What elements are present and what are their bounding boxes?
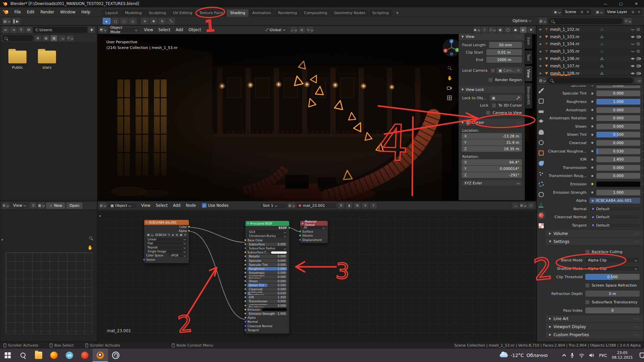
node-input-row[interactable]: Transmission0.000 Transmission Transmiss… xyxy=(246,299,289,303)
node-slider[interactable]: Roughness1.000 xyxy=(248,267,287,270)
render-disabled-icon[interactable] xyxy=(637,42,641,46)
expand-icon[interactable]: ▶ xyxy=(540,28,543,31)
value-slider[interactable]: 1.000 xyxy=(596,99,640,105)
path-field[interactable]: C:\Users\ xyxy=(33,27,87,33)
keyframe-dot[interactable] xyxy=(643,109,643,111)
node-slider[interactable]: Subsurface0.000 xyxy=(248,243,287,246)
viewport-menu-item[interactable]: View xyxy=(141,27,156,32)
node-dropdown-row[interactable]: Single Image xyxy=(144,249,189,253)
lock-to-object-field[interactable]: ▣ xyxy=(490,95,522,101)
input-socket-button[interactable] xyxy=(589,99,595,104)
hide-eye-icon[interactable] xyxy=(631,64,635,68)
settings-panel-header[interactable]: ▼Settings:::: xyxy=(546,238,643,246)
snap-mode-icon[interactable]: ⊞ xyxy=(520,202,527,208)
keyframe-dot[interactable] xyxy=(643,134,643,135)
keyframe-dot[interactable] xyxy=(643,183,643,185)
render-camera-icon[interactable] xyxy=(637,35,641,39)
value-slider[interactable]: 1.450 xyxy=(596,157,640,162)
taskbar-app-icon[interactable] xyxy=(31,349,46,362)
property-row[interactable]: Anisotropic Rotation 0.000 0.000 0.000 xyxy=(546,114,643,122)
clip-start-field[interactable]: 0.01 m xyxy=(486,49,522,55)
pan-hand-icon[interactable]: ✋ xyxy=(447,75,452,80)
outliner-filter-icon[interactable]: ▽ xyxy=(624,18,632,24)
keyframe-dot[interactable] xyxy=(643,93,643,94)
node-output-socket[interactable]: Alpha xyxy=(144,229,189,233)
sss-checkbox[interactable] xyxy=(585,300,590,304)
falloff-icon[interactable]: ∿ xyxy=(307,27,313,33)
node-input-row[interactable]: Emission Emission Emission xyxy=(246,308,289,312)
cursor-rotation-field[interactable]: Y0.000014° xyxy=(462,166,522,172)
property-row[interactable]: Specular 0.000 xyxy=(546,85,643,89)
image-texture-node[interactable]: ▼0CBCAAB4.dds.001 ColorAlpha ▦ 0CBCAAB4.… xyxy=(144,220,189,263)
node-output-socket[interactable]: Color xyxy=(144,225,189,229)
node-input-row[interactable]: Anisotropic Rotation0.000 Anisotropic Ro… xyxy=(246,275,289,279)
collapsed-panel-header[interactable]: ▶Viewport Display:::: xyxy=(546,323,643,331)
keyframe-dot[interactable] xyxy=(643,117,643,119)
node-input-socket[interactable]: Displacement xyxy=(300,238,328,242)
shading-wireframe-icon[interactable]: ◯ xyxy=(504,27,511,33)
object-name[interactable]: mesh_1_107.nr xyxy=(550,64,598,68)
maximize-button[interactable]: ▢ xyxy=(613,0,629,7)
value-slider[interactable]: 0.000 xyxy=(596,165,640,171)
workspace-tab[interactable]: Shading xyxy=(227,9,249,17)
editor-type-icon[interactable]: ⊞ xyxy=(2,202,9,208)
value-slider[interactable]: 0.000 xyxy=(596,124,640,129)
image-view-menu[interactable]: View xyxy=(10,203,29,208)
colorspace-dropdown[interactable]: sRGB xyxy=(169,254,187,257)
view-layer-unlink-icon[interactable]: ✕ xyxy=(636,10,642,14)
editor-type-icon[interactable]: ⬒ xyxy=(100,27,106,33)
collapsed-panel-header[interactable]: ▶Line Art:::: xyxy=(546,315,643,323)
fake-user-shield-icon[interactable]: ◖ xyxy=(346,202,353,208)
node-slider[interactable]: Specular0.000 xyxy=(248,259,287,262)
new-folder-icon[interactable]: ✚ xyxy=(88,27,95,33)
gizmo-toggle-icon[interactable]: ⟟ xyxy=(481,27,488,33)
mode-dropdown[interactable]: Object Mode xyxy=(108,27,140,33)
object-name[interactable]: mesh_1_102.nr xyxy=(550,27,598,32)
node-input-row[interactable]: Tangent Tangent Tangent xyxy=(246,328,289,332)
workspace-tab[interactable]: Sculpting xyxy=(146,9,169,17)
node-menu-item[interactable]: Node xyxy=(183,203,199,208)
properties-tab[interactable] xyxy=(537,117,545,127)
image-name-field[interactable]: 0CBCAAB4.d... xyxy=(154,233,167,237)
viewport-menu-item[interactable]: Object xyxy=(186,27,204,32)
shading-rendered-icon[interactable]: ✹ xyxy=(528,27,534,33)
value-slider[interactable]: 0.030 xyxy=(596,148,640,154)
node-slider[interactable]: Sheen Tint0.500 xyxy=(248,284,287,287)
clip-threshold-slider[interactable]: 0.500 xyxy=(585,274,640,280)
properties-tab[interactable] xyxy=(537,179,545,189)
cursor-location-field[interactable]: Z18.35 m xyxy=(462,146,522,152)
property-row[interactable]: Alpha 0CBCAAB4.dds.001 0CBCAAB4.dds.001 … xyxy=(546,196,643,205)
taskbar-app-icon[interactable] xyxy=(108,349,123,362)
volume-panel-header[interactable]: ▶Volume:::: xyxy=(546,230,643,238)
options-dropdown[interactable]: Options xyxy=(513,18,531,23)
node-slider[interactable]: IOR1.450 xyxy=(248,296,287,299)
node-input-row[interactable]: Transmission Roughness0.000 Transmission… xyxy=(246,304,289,308)
colorspace-row[interactable]: Color Space sRGB xyxy=(144,253,189,257)
folder-item[interactable]: stars xyxy=(37,51,57,70)
node-dropdown-row[interactable]: Christensen-Burley xyxy=(246,234,289,238)
image-browse-icon[interactable]: ▦ xyxy=(38,202,45,208)
render-camera-icon[interactable] xyxy=(637,57,641,60)
property-row[interactable]: IOR 1.450 1.450 1.450 xyxy=(546,155,643,164)
taskbar-app-icon[interactable] xyxy=(0,349,15,362)
input-socket-button[interactable] xyxy=(589,132,595,137)
shader-type-dropdown[interactable]: ▣Object xyxy=(108,202,137,209)
language-indicator[interactable]: РУС xyxy=(599,353,607,358)
cursor-rotation-field[interactable]: Z-291° xyxy=(462,172,522,178)
cursor-rotation-field[interactable]: X94.4° xyxy=(462,159,522,165)
image-users-count[interactable]: 3 xyxy=(167,233,170,237)
object-name[interactable]: mesh_1_105.nr xyxy=(550,49,598,54)
zoom-icon[interactable] xyxy=(89,236,92,240)
lock-to-3d-cursor-checkbox[interactable] xyxy=(492,103,496,108)
value-slider[interactable]: 1.000 xyxy=(596,190,640,195)
hide-eye-icon[interactable] xyxy=(631,72,635,75)
properties-tab[interactable] xyxy=(537,106,545,117)
input-socket-button[interactable] xyxy=(589,91,595,96)
property-row[interactable]: Sheen Tint 0.500 0.500 0.500 xyxy=(546,131,643,139)
render-region-checkbox[interactable] xyxy=(488,78,493,82)
clip-end-field[interactable]: 1000 m xyxy=(486,57,522,63)
workspace-tab[interactable]: Texture Paint xyxy=(196,9,226,17)
object-name[interactable]: mesh_1_103.nr xyxy=(550,35,598,39)
render-disabled-icon[interactable] xyxy=(637,50,641,53)
shading-material-icon[interactable]: ◐ xyxy=(520,27,527,33)
